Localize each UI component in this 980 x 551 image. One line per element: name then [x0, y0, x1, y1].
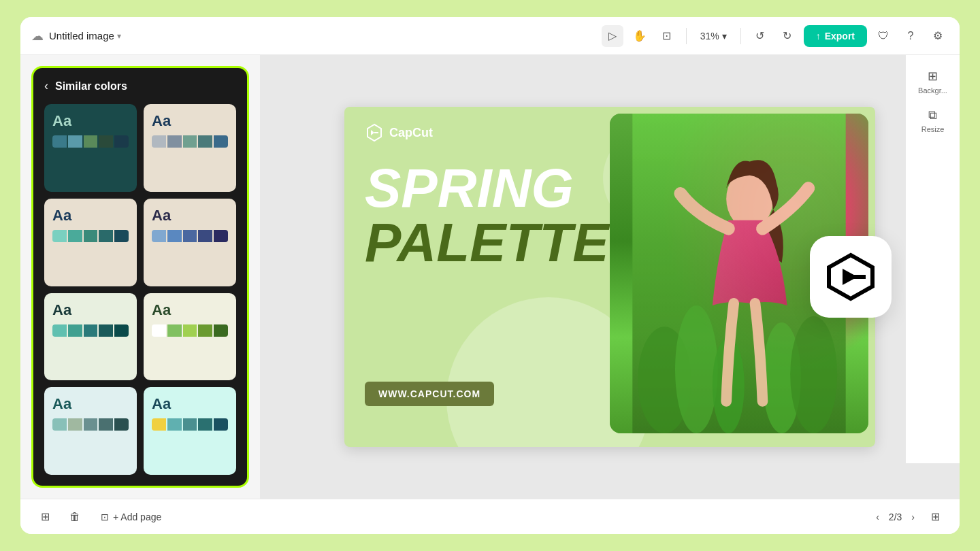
resize-icon: ⧉ [928, 108, 937, 122]
next-page-button[interactable]: › [907, 507, 919, 527]
zoom-level-text: 31% [700, 31, 719, 41]
delete-icon: 🗑 [69, 511, 80, 523]
color-card-6-label: Aa [152, 301, 228, 319]
shield-icon: 🛡 [878, 30, 889, 42]
resize-label: Resize [921, 125, 945, 133]
color-card-7-swatches [52, 418, 129, 431]
page-total: 3 [897, 512, 902, 522]
cloud-icon: ☁ [31, 29, 44, 44]
color-card-5[interactable]: Aa [44, 293, 137, 381]
prev-page-icon: ‹ [876, 512, 879, 522]
zoom-control-button[interactable]: 31% ▾ [695, 28, 732, 44]
help-icon: ? [908, 30, 914, 42]
add-page-label: + Add page [113, 512, 161, 522]
top-bar-left: ☁ Untitled image ▾ [31, 29, 596, 44]
canvas-url-text: WWW.CAPCUT.COM [378, 388, 480, 399]
color-card-5-label: Aa [52, 301, 129, 319]
undo-icon: ↺ [755, 29, 764, 42]
color-cards-grid: Aa Aa [44, 104, 236, 475]
page-thumbnail-button[interactable]: ⊞ [34, 506, 56, 528]
undo-button[interactable]: ↺ [749, 25, 771, 47]
canvas-area: CapCut SPRING PALETTE WWW.CAPCUT.COM [260, 55, 960, 499]
page-thumbnail-icon: ⊞ [41, 510, 50, 523]
file-name: Untitled image [49, 30, 114, 41]
page-indicator: 2/3 [889, 512, 902, 522]
color-card-8[interactable]: Aa [144, 387, 236, 475]
settings-icon: ⚙ [933, 29, 943, 42]
add-page-icon: ⊡ [101, 512, 109, 522]
color-card-8-swatches [152, 418, 228, 431]
color-card-2-label: Aa [152, 112, 228, 130]
page-current: 2 [889, 512, 894, 522]
background-label: Backgr... [918, 86, 947, 95]
canvas-url-bar: WWW.CAPCUT.COM [365, 382, 494, 406]
color-card-2[interactable]: Aa [144, 104, 236, 192]
panel-title: Similar colors [55, 80, 127, 93]
capcut-brand-icon [823, 250, 878, 304]
frame-tool-button[interactable]: ⊡ [656, 25, 678, 47]
back-icon: ‹ [44, 79, 48, 93]
resize-tool[interactable]: ⧉ Resize [913, 103, 953, 139]
zoom-chevron-icon: ▾ [722, 31, 727, 41]
prev-page-button[interactable]: ‹ [872, 507, 883, 527]
color-card-4-label: Aa [152, 207, 228, 224]
top-bar: ☁ Untitled image ▾ ▷ ✋ ⊡ 31% ▾ ↺ [20, 17, 960, 55]
export-button[interactable]: ↑ Export [804, 25, 867, 47]
bottom-left: ⊞ 🗑 ⊡ + Add page [34, 506, 168, 528]
svg-point-2 [675, 305, 718, 433]
select-icon: ▷ [608, 29, 617, 42]
color-card-7[interactable]: Aa [44, 387, 137, 475]
palette-text: PALETTE [365, 216, 617, 270]
color-card-1[interactable]: Aa [44, 104, 137, 192]
design-canvas[interactable]: CapCut SPRING PALETTE WWW.CAPCUT.COM [344, 107, 875, 447]
page-grid-button[interactable]: ⊞ [924, 506, 946, 528]
top-bar-right: ↑ Export 🛡 ? ⚙ [804, 25, 949, 47]
color-card-4-swatches [152, 230, 228, 242]
export-label: Export [825, 31, 855, 41]
color-card-6[interactable]: Aa [144, 293, 236, 381]
next-page-icon: › [911, 512, 915, 522]
color-card-1-swatches [52, 135, 129, 148]
color-card-4[interactable]: Aa [144, 199, 236, 286]
spring-text: SPRING [365, 161, 617, 216]
hand-icon: ✋ [633, 29, 647, 42]
color-card-2-swatches [152, 135, 228, 148]
canvas-wrapper: CapCut SPRING PALETTE WWW.CAPCUT.COM [260, 55, 960, 499]
shield-icon-button[interactable]: 🛡 [872, 25, 894, 47]
export-icon: ↑ [816, 31, 821, 41]
floating-capcut-logo [810, 236, 892, 318]
toolbar-separator [686, 28, 687, 44]
capcut-logo-icon [365, 123, 384, 142]
canvas-logo: CapCut [365, 123, 433, 142]
file-chevron-icon: ▾ [117, 31, 121, 41]
color-card-5-swatches [52, 324, 129, 337]
bottom-bar: ⊞ 🗑 ⊡ + Add page ‹ 2/3 › ⊞ [20, 499, 960, 534]
canvas-logo-text: CapCut [389, 126, 433, 140]
similar-colors-panel: ‹ Similar colors Aa [31, 66, 249, 488]
background-tool[interactable]: ⊞ Backgr... [913, 63, 953, 100]
toolbar-separator-2 [740, 28, 741, 44]
back-button[interactable]: ‹ [44, 79, 48, 93]
color-card-3-swatches [52, 230, 129, 242]
panel-header: ‹ Similar colors [44, 79, 236, 93]
toolbar-center: ▷ ✋ ⊡ 31% ▾ ↺ ↻ [602, 25, 798, 47]
bottom-right: ‹ 2/3 › ⊞ [872, 506, 946, 528]
right-panel: ⊞ Backgr... ⧉ Resize [905, 55, 960, 463]
settings-button[interactable]: ⚙ [927, 25, 949, 47]
help-button[interactable]: ? [900, 25, 921, 47]
main-content: ‹ Similar colors Aa [20, 55, 960, 499]
color-card-3[interactable]: Aa [44, 199, 137, 286]
select-tool-button[interactable]: ▷ [602, 25, 623, 47]
redo-button[interactable]: ↻ [777, 25, 798, 47]
color-card-3-label: Aa [52, 207, 129, 224]
color-card-6-swatches [152, 324, 228, 337]
delete-page-button[interactable]: 🗑 [64, 506, 86, 528]
page-grid-icon: ⊞ [931, 510, 940, 523]
color-card-1-label: Aa [52, 112, 129, 130]
background-icon: ⊞ [928, 69, 938, 84]
color-card-8-label: Aa [152, 395, 228, 413]
hand-tool-button[interactable]: ✋ [629, 25, 651, 47]
frame-icon: ⊡ [662, 29, 671, 42]
file-title-button[interactable]: Untitled image ▾ [49, 30, 121, 41]
add-page-button[interactable]: ⊡ + Add page [94, 507, 168, 527]
